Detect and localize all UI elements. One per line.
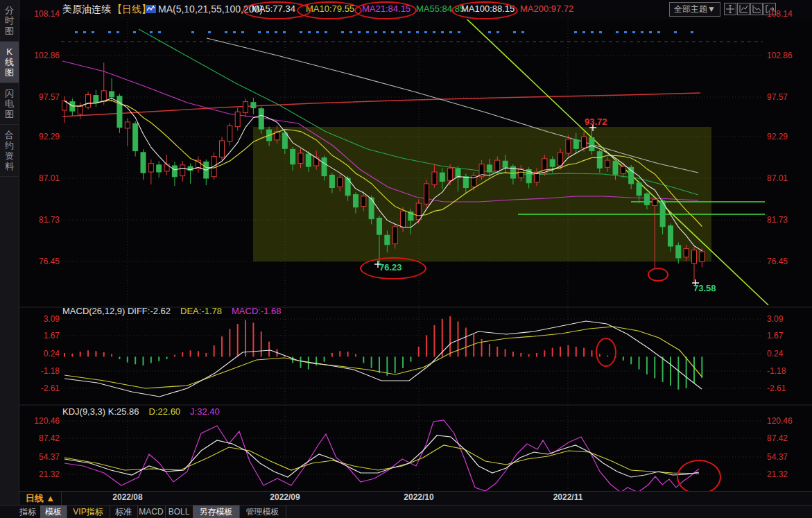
signal-dot	[691, 31, 693, 33]
left-sidebar: 分时图K线图闪电图合约资料	[0, 0, 19, 518]
candle-body	[629, 167, 634, 184]
price-axis-label-right: 102.86	[767, 51, 793, 60]
annotation-text-2: 73.58	[693, 283, 716, 293]
signal-dot	[133, 31, 136, 33]
price-axis-label-left: 92.29	[21, 132, 60, 141]
candle-body	[700, 252, 705, 262]
signal-dot	[258, 31, 261, 33]
candle-body	[487, 165, 492, 172]
candle-body	[613, 161, 618, 174]
candle-body	[259, 109, 264, 129]
candle-body	[503, 161, 508, 167]
price-axis-label-right: 87.01	[767, 173, 788, 183]
signal-dot	[233, 31, 236, 33]
signal-dot	[449, 31, 452, 33]
candle-body	[597, 152, 602, 169]
price-axis-label-left: 97.57	[21, 92, 60, 102]
signal-dot	[316, 31, 319, 33]
macd-panel-label: MACD(26,12,9) DIFF:-2.62DEA:-1.78MACD:-1…	[62, 306, 291, 316]
signal-dot	[591, 31, 594, 33]
pan-icon[interactable]	[724, 3, 736, 15]
candle-body	[172, 166, 177, 177]
tab-模板[interactable]: 模板	[40, 506, 67, 518]
candle-body	[550, 159, 555, 166]
chart-canvas	[0, 0, 812, 518]
candle-body	[432, 172, 437, 184]
signal-dot	[616, 31, 619, 33]
candle-body	[298, 153, 303, 164]
signal-dot	[391, 31, 394, 33]
candle-body	[684, 248, 689, 257]
macd-label-2: MACD:-1.68	[232, 306, 282, 316]
kdj-label-2: J:32.40	[190, 406, 220, 417]
theme-dropdown-button[interactable]: 全部主题▼	[669, 2, 720, 17]
signal-dot	[241, 31, 244, 33]
date-axis-row: 日线 ▲ 2022/082022/092022/102022/11	[19, 491, 812, 506]
date-label-1: 2022/09	[270, 492, 300, 502]
candle-body	[582, 137, 587, 148]
signal-dot	[92, 31, 94, 33]
macd-label-1: DEA:-1.78	[180, 306, 222, 316]
candle-body	[637, 183, 641, 196]
candle-body	[133, 123, 138, 150]
candle-body	[117, 96, 122, 128]
candle-body	[353, 195, 358, 207]
price-axis-label-left: 81.73	[21, 215, 60, 225]
candle-body	[141, 153, 146, 173]
date-label-0: 2022/08	[112, 492, 142, 502]
chart-axes-flip-icon[interactable]	[750, 3, 763, 15]
signal-dot	[150, 31, 153, 33]
signal-dot	[383, 31, 386, 33]
candle-body	[338, 178, 343, 187]
sidebar-item-1[interactable]: K线图	[0, 42, 19, 83]
tab-管理模板[interactable]: 管理模板	[239, 506, 286, 518]
ma-value-3: MA55:84.85	[416, 3, 465, 14]
signal-dot	[599, 31, 602, 33]
tab-另存模板[interactable]: 另存模板	[193, 506, 240, 518]
candle-body	[164, 164, 169, 171]
tab-标准[interactable]: 标准	[110, 506, 138, 518]
ma-value-2: MA21:84.15	[362, 3, 411, 14]
candle-body	[180, 165, 185, 176]
kdj-axis-label-right: 120.46	[767, 416, 793, 426]
sidebar-item-2[interactable]: 闪电图	[0, 83, 19, 125]
candle-body	[668, 226, 673, 246]
candle-body	[416, 203, 421, 220]
chart-axes-icon[interactable]	[737, 3, 750, 15]
price-axis-label-right: 76.45	[767, 257, 788, 266]
signal-dot	[433, 31, 435, 33]
candle-body	[322, 158, 327, 176]
signal-dot	[408, 31, 411, 33]
tab-指标[interactable]: 指标	[15, 506, 41, 518]
candle-body	[361, 196, 366, 207]
signal-dot	[358, 31, 361, 33]
trading-app-window: 美原油连续 【日线】 MA(5,10,21,55,100,200) MA5:77…	[0, 0, 812, 518]
macd-axis-label-right: -2.61	[767, 383, 786, 393]
candle-body	[78, 106, 83, 114]
tab-BOLL[interactable]: BOLL	[165, 506, 193, 518]
kdj-axis-label-right: 21.32	[767, 469, 788, 479]
macd-diff-line	[64, 321, 702, 397]
sidebar-item-0[interactable]: 分时图	[0, 0, 19, 42]
signal-dot	[649, 31, 652, 33]
signal-dot	[158, 31, 161, 33]
kdj-axis-label-left: 21.32	[21, 469, 60, 479]
bottom-tab-bar: 指标模板VIP指标标准MACDBOLL另存模板管理模板	[0, 505, 812, 518]
candle-body	[495, 160, 500, 171]
candle-body	[227, 126, 232, 142]
candle-body	[692, 250, 697, 264]
date-label-2: 2022/10	[404, 492, 433, 502]
tab-MACD[interactable]: MACD	[137, 506, 166, 518]
signal-dot	[75, 31, 78, 33]
candle-body	[440, 173, 444, 181]
signal-dot	[424, 31, 427, 33]
sidebar-item-3[interactable]: 合约资料	[0, 125, 19, 177]
candle-body	[401, 211, 406, 227]
candle-body	[314, 157, 319, 166]
period-selector[interactable]: 日线 ▲	[19, 492, 62, 505]
candle-body	[306, 154, 311, 166]
price-axis-label-right: 97.57	[767, 92, 788, 102]
candle-body	[448, 168, 453, 180]
signal-dot	[308, 31, 311, 33]
tab-VIP指标[interactable]: VIP指标	[67, 506, 110, 518]
